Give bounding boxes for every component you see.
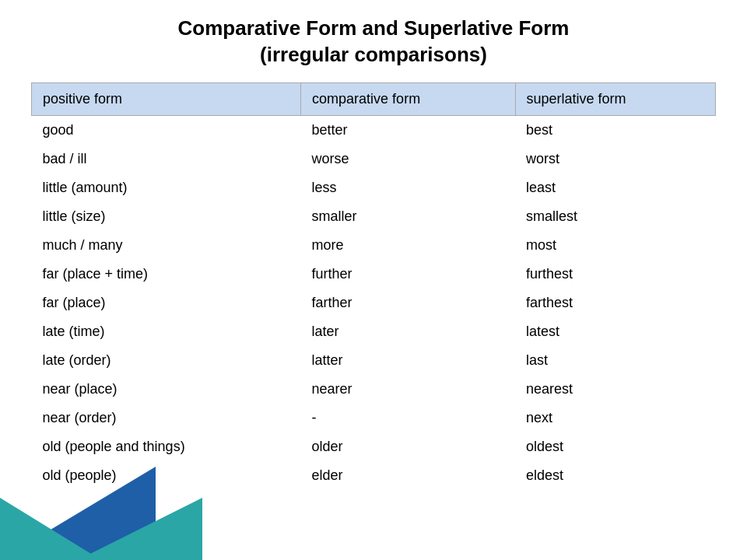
deco-teal2 — [0, 498, 101, 560]
cell-0-0: good — [32, 115, 301, 145]
cell-9-1: nearer — [301, 375, 515, 404]
table-row: little (amount)lessleast — [32, 173, 716, 202]
table-row: late (time)laterlatest — [32, 317, 716, 346]
cell-10-2: next — [515, 404, 715, 432]
table-row: little (size)smallersmallest — [32, 202, 716, 231]
cell-3-0: little (size) — [32, 202, 301, 231]
cell-2-2: least — [515, 173, 715, 202]
cell-11-0: old (people and things) — [32, 432, 301, 461]
cell-1-2: worst — [515, 145, 715, 173]
cell-7-0: late (time) — [32, 317, 301, 346]
cell-5-1: further — [301, 260, 515, 289]
cell-10-0: near (order) — [32, 404, 301, 432]
table-row: late (order)latterlast — [32, 346, 716, 375]
cell-7-1: later — [301, 317, 515, 346]
cell-4-1: more — [301, 231, 515, 260]
cell-2-0: little (amount) — [32, 173, 301, 202]
cell-3-1: smaller — [301, 202, 515, 231]
table-row: far (place + time)furtherfurthest — [32, 260, 716, 289]
cell-0-1: better — [301, 115, 515, 145]
cell-6-0: far (place) — [32, 289, 301, 317]
cell-9-0: near (place) — [32, 375, 301, 404]
cell-11-1: older — [301, 432, 515, 461]
table-row: goodbetterbest — [32, 115, 716, 145]
cell-7-2: latest — [515, 317, 715, 346]
cell-12-1: elder — [301, 461, 515, 490]
cell-5-0: far (place + time) — [32, 260, 301, 289]
cell-8-1: latter — [301, 346, 515, 375]
table-row: much / manymoremost — [32, 231, 716, 260]
cell-4-0: much / many — [32, 231, 301, 260]
table-row: near (order)-next — [32, 404, 716, 432]
col-header-comparative: comparative form — [301, 82, 515, 115]
col-header-superlative: superlative form — [515, 82, 715, 115]
cell-3-2: smallest — [515, 202, 715, 231]
table-row: old (people and things)olderoldest — [32, 432, 716, 461]
cell-0-2: best — [515, 115, 715, 145]
table-header-row: positive form comparative form superlati… — [32, 82, 716, 115]
table-row: far (place)fartherfarthest — [32, 289, 716, 317]
cell-9-2: nearest — [515, 375, 715, 404]
page-wrapper: Comparative Form and Superlative Form (i… — [0, 0, 747, 560]
col-header-positive: positive form — [32, 82, 301, 115]
cell-10-1: - — [301, 404, 515, 432]
table-row: near (place)nearernearest — [32, 375, 716, 404]
cell-4-2: most — [515, 231, 715, 260]
cell-12-2: eldest — [515, 461, 715, 490]
cell-11-2: oldest — [515, 432, 715, 461]
cell-6-2: farthest — [515, 289, 715, 317]
table-row: bad / illworseworst — [32, 145, 716, 173]
cell-5-2: furthest — [515, 260, 715, 289]
cell-6-1: farther — [301, 289, 515, 317]
cell-8-2: last — [515, 346, 715, 375]
cell-1-1: worse — [301, 145, 515, 173]
cell-8-0: late (order) — [32, 346, 301, 375]
cell-2-1: less — [301, 173, 515, 202]
cell-1-0: bad / ill — [32, 145, 301, 173]
comparison-table: positive form comparative form superlati… — [31, 82, 716, 490]
page-title: Comparative Form and Superlative Form (i… — [178, 16, 570, 68]
